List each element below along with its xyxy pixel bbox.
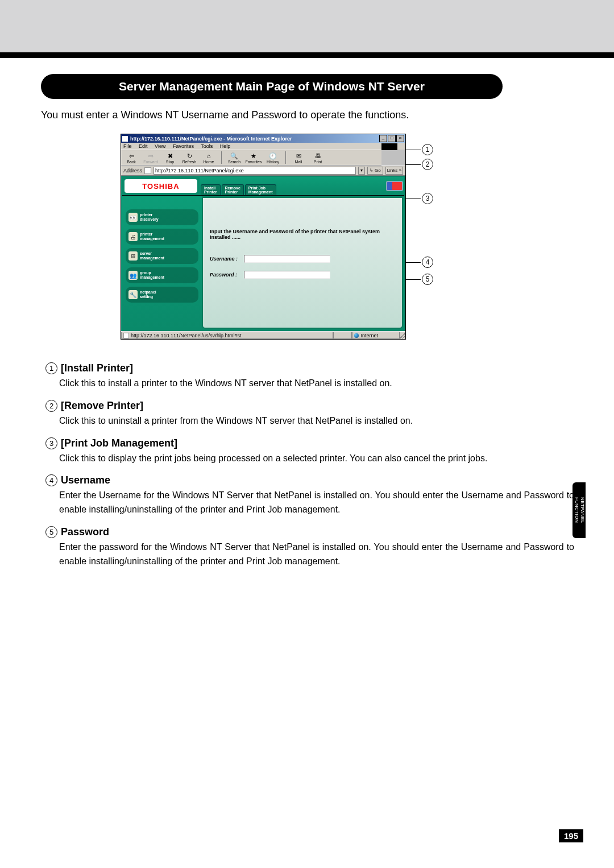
forward-arrow-icon: ⇨ — [146, 152, 155, 160]
login-prompt: Input the Username and Password of the p… — [210, 229, 395, 240]
page-header-band — [0, 0, 614, 52]
stop-icon: ✖ — [165, 152, 175, 160]
stop-button[interactable]: ✖ Stop — [162, 152, 178, 164]
mail-button[interactable]: ✉ Mail — [291, 152, 306, 164]
toolbar-separator — [285, 151, 286, 164]
sidebar-item-printer-discovery[interactable]: 👀 printer discovery — [126, 209, 198, 225]
window-titlebar: http://172.16.110.111/NetPanel/cgi.exe -… — [121, 134, 405, 143]
netpanel-frame: TOSHIBA Install Printer Remove Printer P… — [121, 176, 405, 331]
def-body-3: Click this to display the print jobs bei… — [59, 452, 574, 466]
callout-3: 3 — [422, 193, 433, 204]
printer-icon: 🖨 — [128, 232, 138, 241]
callout-2: 2 — [422, 159, 433, 170]
lead-text: You must enter a Windows NT Username and… — [41, 109, 574, 121]
section-side-tab: NETPANEL FUNCTION — [572, 482, 586, 538]
refresh-icon: ↻ — [185, 152, 194, 160]
sidebar-item-server-management[interactable]: 🖥 server management — [126, 248, 198, 264]
search-icon: 🔍 — [230, 152, 239, 160]
status-text: http://172.16.110.111/NetPanel/us/svrhlp… — [131, 333, 242, 338]
close-button[interactable]: × — [396, 135, 404, 142]
def-body-1: Click this to install a printer to the W… — [59, 377, 574, 391]
page-icon — [144, 167, 151, 174]
minimize-button[interactable]: _ — [379, 135, 387, 142]
password-input[interactable] — [244, 271, 330, 279]
home-icon: ⌂ — [204, 152, 213, 160]
menu-file[interactable]: File — [123, 143, 132, 149]
netpanel-main: Input the Username and Password of the p… — [202, 197, 403, 329]
def-head-4: 4 Username — [45, 474, 574, 486]
menu-view[interactable]: View — [155, 143, 165, 149]
tab-install-printer[interactable]: Install Printer — [201, 184, 221, 195]
mail-icon: ✉ — [294, 152, 303, 160]
sidebar-item-printer-management[interactable]: 🖨 printer management — [126, 229, 198, 245]
toolbar-separator — [221, 151, 222, 164]
links-button[interactable]: Links » — [385, 167, 403, 175]
username-label: Username : — [210, 256, 242, 262]
password-label: Password : — [210, 272, 242, 278]
def-head-5: 5 Password — [45, 526, 574, 538]
resize-grip-icon[interactable] — [400, 332, 405, 339]
group-icon: 👥 — [128, 271, 138, 280]
def-head-3: 3 [Print Job Management] — [45, 437, 574, 449]
ie-logo-icon — [381, 143, 397, 150]
tab-print-job[interactable]: Print Job Management — [245, 184, 276, 195]
menu-help[interactable]: Help — [220, 143, 231, 149]
ie-icon — [122, 136, 128, 142]
def-body-5: Enter the password for the Windows NT Se… — [59, 540, 574, 569]
address-bar: Address http://172.16.110.111/NetPanel/c… — [121, 166, 405, 176]
history-icon: 🕘 — [268, 152, 277, 160]
black-separator — [0, 52, 614, 58]
address-input[interactable]: http://172.16.110.111/NetPanel/cgi.exe — [154, 167, 356, 175]
internet-zone-icon — [354, 333, 359, 338]
zone-label: Internet — [360, 333, 378, 338]
settings-icon: 🔧 — [128, 290, 138, 299]
def-body-2: Click this to uninstall a printer from t… — [59, 414, 574, 428]
back-arrow-icon: ⇦ — [127, 152, 136, 160]
search-button[interactable]: 🔍 Search — [226, 152, 242, 164]
print-button[interactable]: 🖶 Print — [310, 152, 326, 164]
favorites-icon: ★ — [249, 152, 258, 160]
server-icon: 🖥 — [128, 251, 138, 261]
page-number: 195 — [559, 829, 583, 842]
tab-remove-printer[interactable]: Remove Printer — [222, 184, 244, 195]
language-flag-icon[interactable] — [386, 181, 403, 191]
home-button[interactable]: ⌂ Home — [201, 152, 217, 164]
window-title-text: http://172.16.110.111/NetPanel/cgi.exe -… — [130, 136, 292, 142]
ie-window: http://172.16.110.111/NetPanel/cgi.exe -… — [121, 134, 406, 340]
definitions-list: 1 [Install Printer] Click this to instal… — [41, 362, 574, 569]
menubar: File Edit View Favorites Tools Help — [121, 143, 405, 150]
history-button[interactable]: 🕘 History — [265, 152, 281, 164]
toolbar: ⇦ Back ⇨ Forward ✖ Stop ↻ Refresh ⌂ Ho — [121, 150, 381, 166]
status-bar: http://172.16.110.111/NetPanel/us/svrhlp… — [121, 331, 405, 339]
menu-edit[interactable]: Edit — [139, 143, 148, 149]
menu-tools[interactable]: Tools — [201, 143, 213, 149]
sidebar-item-group-management[interactable]: 👥 group management — [126, 267, 198, 283]
page-icon — [123, 333, 129, 338]
def-body-4: Enter the Username for the Windows NT Se… — [59, 489, 574, 517]
favorites-button[interactable]: ★ Favorites — [246, 152, 262, 164]
callout-5: 5 — [422, 274, 433, 285]
callout-4: 4 — [422, 257, 433, 268]
refresh-button[interactable]: ↻ Refresh — [181, 152, 197, 164]
binoculars-icon: 👀 — [128, 213, 138, 222]
print-icon: 🖶 — [313, 152, 322, 160]
callout-1: 1 — [422, 144, 433, 155]
netpanel-sidebar: 👀 printer discovery 🖨 printer management… — [122, 196, 202, 330]
tab-strip: Install Printer Remove Printer Print Job… — [200, 177, 404, 195]
address-label: Address — [123, 168, 142, 173]
sidebar-item-netpanel-setting[interactable]: 🔧 netpanel setting — [126, 287, 198, 303]
menu-favorites[interactable]: Favorites — [173, 143, 194, 149]
def-head-1: 1 [Install Printer] — [45, 362, 574, 374]
forward-button[interactable]: ⇨ Forward — [143, 152, 159, 164]
toshiba-logo: TOSHIBA — [123, 178, 198, 194]
back-button[interactable]: ⇦ Back — [123, 152, 139, 164]
def-head-2: 2 [Remove Printer] — [45, 400, 574, 412]
maximize-button[interactable]: □ — [388, 135, 396, 142]
page-title: Server Management Main Page of Windows N… — [41, 74, 503, 99]
address-dropdown-icon[interactable]: ▾ — [358, 167, 365, 175]
username-input[interactable] — [244, 255, 330, 263]
go-button[interactable]: ↳ Go — [367, 167, 383, 175]
